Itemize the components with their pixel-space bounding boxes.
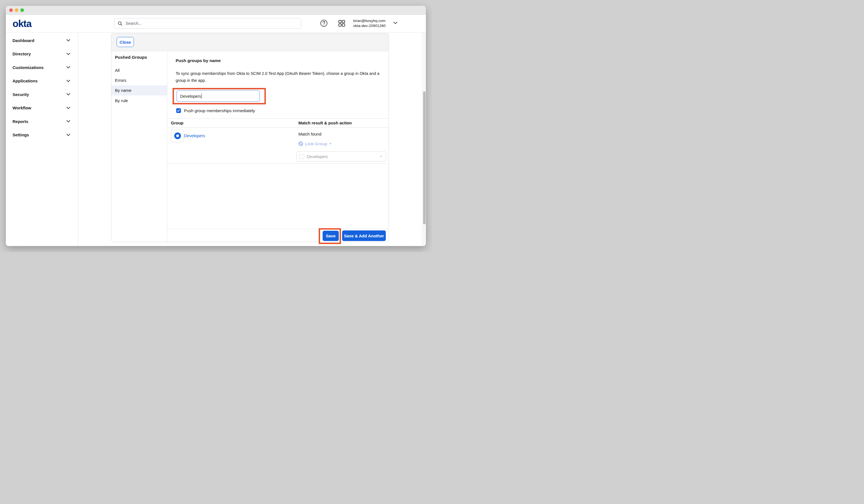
global-search[interactable] (114, 18, 301, 29)
chevron-down-icon (67, 107, 70, 109)
push-by-name-content: Push groups by name To sync group member… (167, 51, 388, 242)
sidebar-item-customizations[interactable]: Customizations (6, 61, 78, 74)
window-close-icon[interactable] (9, 8, 13, 12)
group-avatar (171, 129, 184, 142)
chevron-down-icon (67, 93, 70, 95)
divider (167, 118, 388, 119)
chevron-down-icon (67, 80, 70, 82)
search-icon (118, 21, 122, 26)
divider (167, 163, 388, 164)
nav-item-by-rule[interactable]: By rule (111, 95, 167, 106)
account-chevron-down-icon[interactable] (393, 22, 397, 24)
page-title: Push groups by name (176, 58, 221, 63)
window-minimize-icon[interactable] (15, 8, 19, 12)
app-group-select[interactable]: Developers (297, 152, 386, 161)
nav-item-all[interactable]: All (111, 65, 167, 75)
push-immediately-checkbox[interactable] (176, 108, 181, 113)
footer-divider (167, 229, 388, 229)
panel-toolbar: Close (111, 33, 388, 51)
chevron-down-icon (67, 39, 70, 41)
push-immediately-row[interactable]: Push group memberships immediately (176, 108, 255, 113)
pushed-groups-title: Pushed Groups (115, 55, 147, 60)
close-button[interactable]: Close (117, 37, 134, 47)
account-email: kiran@boxyhq.com (351, 19, 388, 23)
sidebar: Dashboard Directory Customizations Appli… (6, 33, 78, 246)
save-button[interactable]: Save (323, 231, 339, 241)
chevron-down-icon (67, 66, 70, 69)
sidebar-item-dashboard[interactable]: Dashboard (6, 34, 78, 47)
group-search-input[interactable]: Developers (177, 90, 260, 102)
column-header-group: Group (171, 120, 183, 125)
nav-item-errors[interactable]: Errors (111, 75, 167, 85)
push-immediately-label: Push group memberships immediately (184, 108, 255, 113)
sidebar-item-workflow[interactable]: Workflow (6, 101, 78, 115)
top-nav: okta kiran@boxyhq.com okta-dev-20901260 (6, 15, 426, 33)
app-group-selected-value: Developers (307, 154, 380, 159)
push-groups-panel: Close Pushed Groups All Errors By name B… (111, 33, 389, 242)
match-status-text: Match found (298, 132, 322, 136)
okta-logo: okta (13, 15, 32, 32)
apps-grid-icon[interactable] (338, 19, 346, 27)
sidebar-item-directory[interactable]: Directory (6, 47, 78, 61)
link-group-caret-icon (329, 143, 332, 145)
description-text: To sync group memberships from Okta to S… (176, 70, 385, 84)
divider (167, 127, 388, 128)
link-icon (298, 141, 303, 146)
nav-item-by-name[interactable]: By name (111, 85, 167, 95)
search-input[interactable] (125, 21, 298, 26)
app-group-icon-placeholder (300, 154, 304, 159)
window-zoom-icon[interactable] (20, 8, 24, 12)
column-header-match-result: Match result & push action (298, 120, 352, 125)
account-menu[interactable]: kiran@boxyhq.com okta-dev-20901260 (351, 19, 388, 28)
sidebar-item-security[interactable]: Security (6, 88, 78, 101)
scrollbar-track[interactable] (422, 33, 426, 246)
browser-window: okta kiran@boxyhq.com okta-dev-20901260 (6, 6, 426, 246)
sidebar-item-reports[interactable]: Reports (6, 115, 78, 128)
chevron-down-icon (67, 134, 70, 136)
chevron-down-icon (67, 53, 70, 55)
desktop: okta kiran@boxyhq.com okta-dev-20901260 (0, 0, 432, 252)
select-caret-icon (380, 156, 382, 157)
sidebar-item-settings[interactable]: Settings (6, 128, 78, 142)
pushed-groups-nav: Pushed Groups All Errors By name By rule (111, 51, 167, 242)
text-cursor (202, 94, 202, 99)
help-icon[interactable] (320, 19, 328, 27)
group-search-value: Developers (180, 94, 201, 98)
sidebar-item-applications[interactable]: Applications (6, 74, 78, 88)
link-group-action[interactable]: Link Group (298, 141, 332, 146)
account-org: okta-dev-20901260 (351, 23, 388, 28)
window-titlebar (6, 6, 426, 15)
group-icon (174, 132, 181, 139)
scrollbar-thumb[interactable] (423, 91, 425, 224)
chevron-down-icon (67, 120, 70, 122)
save-and-add-another-button[interactable]: Save & Add Another (342, 230, 386, 241)
link-group-label: Link Group (305, 141, 327, 146)
group-name-link[interactable]: Developers (184, 133, 205, 138)
